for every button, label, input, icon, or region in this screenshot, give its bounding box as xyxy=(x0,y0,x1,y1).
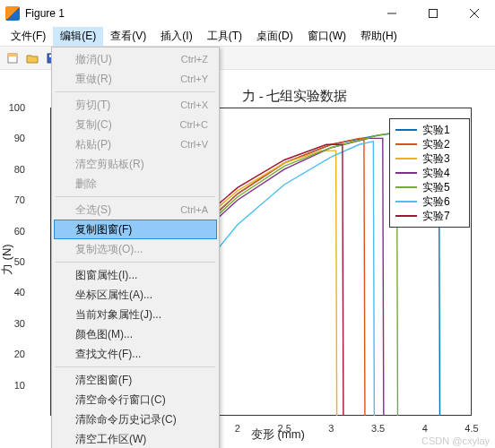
legend-swatch xyxy=(395,201,417,202)
window-titlebar: Figure 1 xyxy=(0,0,495,27)
menuitem-清空工作区(W)[interactable]: 清空工作区(W) xyxy=(54,429,217,448)
svg-rect-1 xyxy=(430,10,438,18)
y-tick: 40 xyxy=(4,287,25,297)
legend-item[interactable]: 实验7 xyxy=(395,209,464,223)
legend-label: 实验2 xyxy=(422,137,450,152)
legend-item[interactable]: 实验5 xyxy=(395,180,464,194)
minimize-button[interactable] xyxy=(371,0,412,27)
window-controls xyxy=(371,0,495,27)
y-tick: 90 xyxy=(4,133,25,143)
y-tick: 30 xyxy=(4,318,25,329)
menuitem-清空剪贴板(R): 清空剪贴板(R) xyxy=(54,154,217,174)
menu-separator xyxy=(56,196,215,197)
menu-桌面(D)[interactable]: 桌面(D) xyxy=(249,27,300,46)
legend-swatch xyxy=(395,215,417,217)
x-tick: 3 xyxy=(328,423,334,434)
menuitem-清除命令历史记录(C)[interactable]: 清除命令历史记录(C) xyxy=(54,409,217,429)
y-tick: 20 xyxy=(4,349,25,359)
legend-swatch xyxy=(395,172,417,174)
menuitem-清空命令行窗口(C)[interactable]: 清空命令行窗口(C) xyxy=(54,390,217,409)
legend-item[interactable]: 实验3 xyxy=(395,151,464,166)
window-title: Figure 1 xyxy=(25,7,65,20)
chart-title: 力 - 七组实验数据 xyxy=(242,88,348,105)
legend-item[interactable]: 实验6 xyxy=(395,194,464,209)
menuitem-粘贴(P): 粘贴(P)Ctrl+V xyxy=(54,134,217,154)
menu-文件(F)[interactable]: 文件(F) xyxy=(4,27,53,46)
x-tick: 3.5 xyxy=(371,423,385,434)
menuitem-复制(C): 复制(C)Ctrl+C xyxy=(54,115,217,134)
open-icon[interactable] xyxy=(23,49,41,67)
close-button[interactable] xyxy=(454,0,495,27)
legend-item[interactable]: 实验1 xyxy=(395,123,464,137)
menuitem-重做(R): 重做(R)Ctrl+Y xyxy=(54,69,217,89)
legend-swatch xyxy=(395,158,417,159)
maximize-button[interactable] xyxy=(412,0,454,27)
y-tick: 100 xyxy=(4,102,25,113)
menuitem-复制选项(O)...: 复制选项(O)... xyxy=(54,239,217,259)
menuitem-清空图窗(F)[interactable]: 清空图窗(F) xyxy=(54,370,217,390)
legend-item[interactable]: 实验2 xyxy=(395,137,464,151)
y-tick: 70 xyxy=(4,194,25,205)
menuitem-颜色图(M)...[interactable]: 颜色图(M)... xyxy=(54,324,217,344)
menu-separator xyxy=(56,91,215,92)
menu-查看(V)[interactable]: 查看(V) xyxy=(103,27,153,46)
y-tick: 80 xyxy=(4,164,25,175)
y-tick: 10 xyxy=(4,380,25,391)
legend-label: 实验5 xyxy=(422,180,450,195)
x-tick: 4 xyxy=(422,423,428,434)
menu-工具(T)[interactable]: 工具(T) xyxy=(200,27,249,46)
menuitem-当前对象属性(J)...[interactable]: 当前对象属性(J)... xyxy=(54,305,217,324)
menuitem-撤消(U): 撤消(U)Ctrl+Z xyxy=(54,49,217,69)
edit-menu-dropdown: 撤消(U)Ctrl+Z重做(R)Ctrl+Y剪切(T)Ctrl+X复制(C)Ct… xyxy=(51,47,220,448)
menu-编辑(E)[interactable]: 编辑(E) xyxy=(53,27,103,46)
legend-swatch xyxy=(395,186,417,188)
menu-窗口(W)[interactable]: 窗口(W) xyxy=(300,27,353,46)
menuitem-查找文件(F)...[interactable]: 查找文件(F)... xyxy=(54,344,217,364)
legend-label: 实验3 xyxy=(422,151,450,167)
x-tick: 4.5 xyxy=(465,423,478,434)
y-tick: 50 xyxy=(4,256,25,267)
y-tick: 60 xyxy=(4,226,25,237)
legend-label: 实验7 xyxy=(422,209,450,224)
legend-swatch xyxy=(395,129,417,131)
menuitem-删除: 删除 xyxy=(54,174,217,194)
menuitem-复制图窗(F)[interactable]: 复制图窗(F) xyxy=(54,220,217,239)
legend-label: 实验1 xyxy=(422,123,450,138)
menu-插入(I)[interactable]: 插入(I) xyxy=(153,27,199,46)
menuitem-坐标区属性(A)...[interactable]: 坐标区属性(A)... xyxy=(54,285,217,305)
menu-separator xyxy=(56,366,215,367)
menubar: 文件(F)编辑(E)查看(V)插入(I)工具(T)桌面(D)窗口(W)帮助(H) xyxy=(0,27,495,47)
legend[interactable]: 实验1实验2实验3实验4实验5实验6实验7 xyxy=(389,118,470,228)
menuitem-全选(S): 全选(S)Ctrl+A xyxy=(54,200,217,220)
x-tick: 2 xyxy=(235,423,240,434)
menu-separator xyxy=(56,262,215,263)
menuitem-剪切(T): 剪切(T)Ctrl+X xyxy=(54,95,217,115)
watermark: CSDN @cxylay xyxy=(421,435,490,446)
legend-label: 实验4 xyxy=(422,166,450,181)
legend-item[interactable]: 实验4 xyxy=(395,166,464,180)
legend-label: 实验6 xyxy=(422,194,450,210)
menu-帮助(H)[interactable]: 帮助(H) xyxy=(353,27,404,46)
menuitem-图窗属性(I)...[interactable]: 图窗属性(I)... xyxy=(54,265,217,285)
new-figure-icon[interactable] xyxy=(4,49,22,67)
svg-rect-5 xyxy=(8,54,17,56)
x-tick: 2.5 xyxy=(277,423,291,434)
app-icon xyxy=(5,6,20,21)
legend-swatch xyxy=(395,143,417,145)
